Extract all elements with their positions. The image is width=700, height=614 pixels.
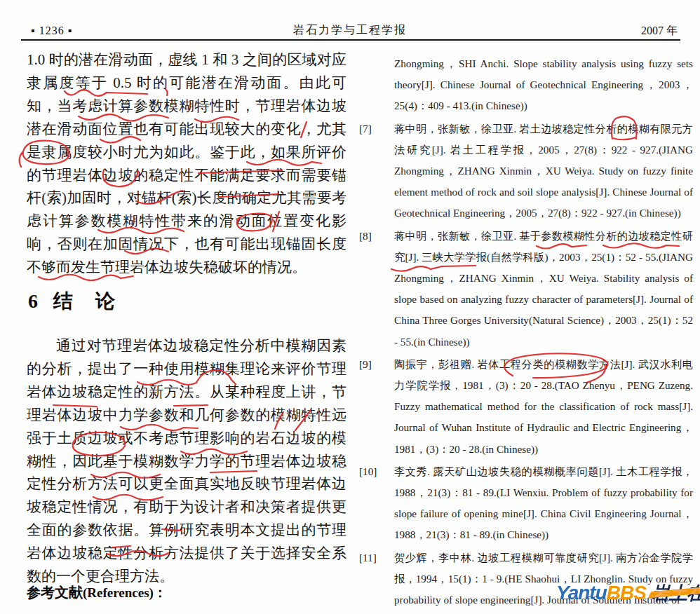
reference-number: [10] [359,461,394,546]
reference-item-8: [8] 蒋中明，张新敏，徐卫亚. 基于参数模糊性分析的边坡稳定性研究[J]. 三… [359,226,693,353]
watermark-chinese-text: 岩土在线 [652,581,700,606]
watermark-yantu-text: Yantu [556,582,607,603]
reference-number: [9] [359,354,394,460]
journal-title: 岩石力学与工程学报 [0,23,700,38]
watermark-bbs-text: BBS [607,582,646,603]
references-heading-en: (References)： [83,585,167,600]
reference-number: [8] [359,226,394,353]
journal-year: 2007 年 [641,24,678,39]
references-heading-zh: 参考文献 [27,585,83,600]
body-paragraph-2: 通过对节理岩体边坡稳定性分析中模糊因素的分析，提出了一种使用模糊集理论来评价节理… [27,334,346,588]
section-heading: 6结 论 [28,288,116,315]
reference-text: 蒋中明，张新敏，徐卫亚. 基于参数模糊性分析的边坡稳定性研究[J]. 三峡大学学… [394,226,693,353]
reference-6-continuation: Zhongming，SHI Anchi. Slope stability ana… [359,53,693,117]
reference-item-10: [10] 李文秀. 露天矿山边坡失稳的模糊概率问题[J]. 土木工程学报，198… [359,461,693,546]
references-heading: 参考文献(References)： [27,583,167,602]
body-paragraph-1: 1.0 时的潜在滑动面，虚线 1 和 3 之间的区域对应隶属度等于 0.5 时的… [27,48,346,279]
yantu-bbs-watermark: YantuBBS岩土在线 [556,581,700,606]
reference-number: [11] [359,547,394,611]
section-title: 结 论 [53,290,116,312]
reference-text: 蒋中明，张新敏，徐卫亚. 岩土边坡稳定性分析的模糊有限元方法研究[J]. 岩土工… [394,118,693,224]
reference-text: 陶振宇，彭祖赠. 岩体工程分类的模糊数学方法[J]. 武汉水利电力学院学报，19… [394,354,693,460]
header-divider [21,39,680,41]
reference-text: 李文秀. 露天矿山边坡失稳的模糊概率问题[J]. 土木工程学报，1988，21(… [394,461,693,546]
reference-number: [7] [359,118,394,224]
reference-item-7: [7] 蒋中明，张新敏，徐卫亚. 岩土边坡稳定性分析的模糊有限元方法研究[J].… [359,118,693,224]
reference-item-9: [9] 陶振宇，彭祖赠. 岩体工程分类的模糊数学方法[J]. 武汉水利电力学院学… [359,354,693,460]
references-column: Zhongming，SHI Anchi. Slope stability ana… [359,53,693,612]
section-number: 6 [28,290,38,312]
